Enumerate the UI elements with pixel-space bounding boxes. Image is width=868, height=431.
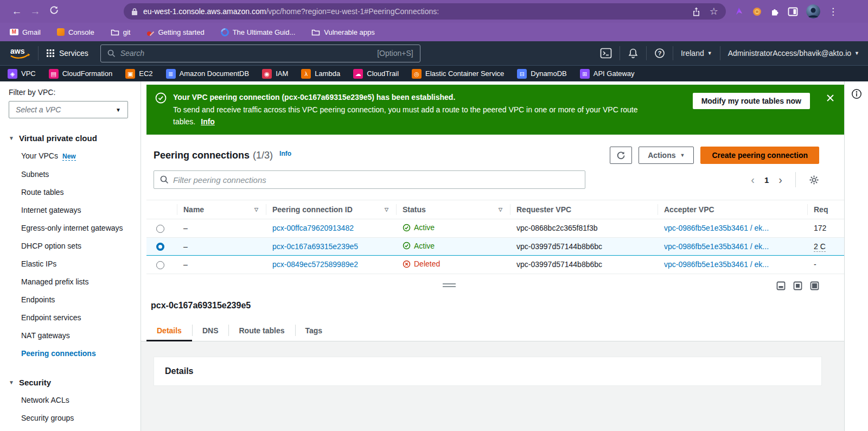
sidebar-item-managed-prefix-lists[interactable]: Managed prefix lists	[9, 273, 133, 291]
actions-button[interactable]: Actions▼	[639, 147, 694, 164]
bookmark-vulnerable-apps[interactable]: Vulnerable apps	[311, 28, 374, 36]
ec2-icon: ▣	[125, 69, 135, 79]
title-info-link[interactable]: Info	[279, 150, 291, 157]
browser-forward-button[interactable]: →	[26, 5, 44, 17]
browser-profile-avatar[interactable]	[806, 4, 820, 18]
sidebar-item-your-vpcs[interactable]: Your VPCsNew	[9, 147, 133, 166]
sidebar-item-peering-connections[interactable]: Peering connections	[9, 345, 133, 363]
bookmark-git[interactable]: git	[111, 28, 131, 36]
extensions-puzzle-icon[interactable]	[770, 7, 780, 16]
pinned-service-dynamodb[interactable]: ⊟DynamoDB	[517, 69, 566, 79]
address-bar[interactable]: eu-west-1.console.aws.amazon.com/vpc/hom…	[124, 3, 726, 20]
pinned-service-ec2[interactable]: ▣EC2	[125, 69, 152, 79]
peering-connection-id-link[interactable]: pcx-0c167a69315e239e5	[272, 242, 358, 251]
banner-info-link[interactable]: Info	[201, 117, 215, 126]
row-radio[interactable]	[156, 225, 164, 233]
sidebar-section-toggle[interactable]: ▼Security	[9, 378, 133, 387]
browser-back-button[interactable]: ←	[8, 5, 26, 17]
bookmark-gmail[interactable]: MGmail	[10, 28, 41, 36]
peering-connection-id-link[interactable]: pcx-0849ec572589989e2	[272, 260, 358, 269]
peering-connection-id-link[interactable]: pcx-00ffca79620913482	[272, 224, 354, 232]
pinned-service-api-gateway[interactable]: ⊞API Gateway	[580, 69, 635, 79]
browser-reload-button[interactable]	[44, 5, 63, 17]
sidebar-item-dhcp-option-sets[interactable]: DHCP option sets	[9, 237, 133, 255]
vpc-filter-select[interactable]: Select a VPC ▼	[9, 101, 128, 118]
column-label: Accepter VPC	[664, 205, 714, 214]
table-settings-gear-icon[interactable]	[809, 175, 819, 185]
sidebar-item-endpoint-services[interactable]: Endpoint services	[9, 309, 133, 327]
extension-cursor-icon[interactable]	[735, 7, 744, 16]
column-header-req[interactable]: Req	[807, 200, 844, 219]
tab-tags[interactable]: Tags	[295, 320, 333, 341]
sidebar-item-nat-gateways[interactable]: NAT gateways	[9, 327, 133, 345]
services-menu-button[interactable]: Services	[46, 49, 88, 58]
share-icon[interactable]	[692, 7, 701, 16]
next-page-button[interactable]: ›	[778, 174, 782, 185]
cloudshell-button[interactable]	[600, 48, 612, 59]
pinned-service-lambda[interactable]: λLambda	[301, 69, 340, 79]
browser-menu-icon[interactable]: ⋮	[828, 6, 834, 17]
accepter-vpc-link[interactable]: vpc-0986fb5e1e35b3461 / ek...	[664, 242, 769, 251]
tab-details[interactable]: Details	[146, 320, 192, 341]
sidebar-item-elastic-ips[interactable]: Elastic IPs	[9, 255, 133, 273]
panel-split-layout-icon[interactable]	[793, 281, 802, 290]
modify-route-tables-button[interactable]: Modify my route tables now	[693, 93, 810, 109]
pinned-service-cloudtrail[interactable]: ☁CloudTrail	[353, 69, 399, 79]
notifications-button[interactable]	[628, 48, 639, 59]
prev-page-button[interactable]: ‹	[751, 174, 755, 185]
aws-logo[interactable]: aws	[9, 46, 30, 60]
sidebar-section-toggle[interactable]: ▼Virtual private cloud	[9, 134, 133, 143]
refresh-button[interactable]	[610, 147, 632, 164]
column-header-name[interactable]: Name▽	[177, 200, 266, 219]
row-radio[interactable]	[156, 243, 164, 251]
region-selector[interactable]: Ireland▼	[681, 49, 712, 58]
pinned-service-iam[interactable]: ◉IAM	[262, 69, 288, 79]
table-row[interactable]: – pcx-0c167a69315e239e5 Active vpc-03997…	[146, 237, 844, 256]
tab-dns[interactable]: DNS	[192, 320, 229, 341]
console-search-input[interactable]: Search [Option+S]	[100, 45, 420, 62]
banner-close-button[interactable]	[826, 94, 834, 104]
sidebar-item-egress-only-internet-gateways[interactable]: Egress-only internet gateways	[9, 219, 133, 237]
column-filter-icon[interactable]: ▽	[385, 207, 388, 212]
pinned-service-amazon-documentdb[interactable]: ≣Amazon DocumentDB	[166, 69, 250, 79]
bookmark-console[interactable]: Console	[57, 28, 94, 36]
column-header-status[interactable]: Status▽	[396, 200, 510, 219]
column-header-peering-connection-id[interactable]: Peering connection ID▽	[266, 200, 396, 219]
table-row[interactable]: – pcx-0849ec572589989e2 Deleted vpc-0399…	[146, 256, 844, 274]
row-radio[interactable]	[156, 261, 164, 269]
pinned-service-cloudformation[interactable]: ▤CloudFormation	[49, 69, 113, 79]
filter-input[interactable]	[173, 175, 579, 185]
sidebar-item-security-groups[interactable]: Security groups	[9, 409, 133, 427]
page-number[interactable]: 1	[762, 175, 771, 185]
panel-full-layout-icon[interactable]	[810, 281, 819, 290]
create-peering-connection-button[interactable]: Create peering connection	[700, 147, 819, 164]
column-filter-icon[interactable]: ▽	[499, 207, 502, 212]
accepter-vpc-link[interactable]: vpc-0986fb5e1e35b3461 / ek...	[664, 260, 769, 269]
panel-bottom-layout-icon[interactable]	[776, 281, 786, 290]
side-panel-icon[interactable]	[788, 7, 798, 16]
sidebar-item-subnets[interactable]: Subnets	[9, 166, 133, 183]
info-icon[interactable]	[851, 88, 862, 99]
cell-requester-cidrs: 172	[807, 219, 844, 238]
bookmark-star-icon[interactable]: ☆	[710, 5, 718, 17]
sidebar-item-internet-gateways[interactable]: Internet gateways	[9, 201, 133, 219]
bookmark-getting-started[interactable]: Getting started	[146, 28, 204, 36]
help-button[interactable]: ?	[654, 48, 665, 59]
divider	[38, 46, 39, 60]
accepter-vpc-link[interactable]: vpc-0986fb5e1e35b3461 / ek...	[664, 224, 769, 232]
column-header-accepter-vpc[interactable]: Accepter VPC	[658, 200, 807, 219]
bookmark-the-ultimate-guid[interactable]: The Ultimate Guid...	[221, 28, 296, 36]
column-filter-icon[interactable]: ▽	[254, 207, 258, 212]
pinned-services-bar: ◈VPC▤CloudFormation▣EC2≣Amazon DocumentD…	[0, 65, 868, 81]
column-header-requester-vpc[interactable]: Requester VPC	[510, 200, 658, 219]
sidebar-item-route-tables[interactable]: Route tables	[9, 183, 133, 201]
account-menu[interactable]: AdministratorAccess/bhavik@akto.io▼	[728, 49, 859, 58]
table-row[interactable]: – pcx-00ffca79620913482 Active vpc-0868b…	[146, 219, 844, 238]
extension-orange-icon[interactable]	[752, 7, 762, 16]
pinned-service-elastic-container-service[interactable]: ◎Elastic Container Service	[412, 69, 504, 79]
pinned-service-vpc[interactable]: ◈VPC	[8, 69, 36, 79]
tab-route-tables[interactable]: Route tables	[228, 320, 295, 341]
sidebar-item-network-acls[interactable]: Network ACLs	[9, 391, 133, 409]
sidebar-item-endpoints[interactable]: Endpoints	[9, 291, 133, 309]
split-drag-handle[interactable]	[443, 283, 456, 289]
